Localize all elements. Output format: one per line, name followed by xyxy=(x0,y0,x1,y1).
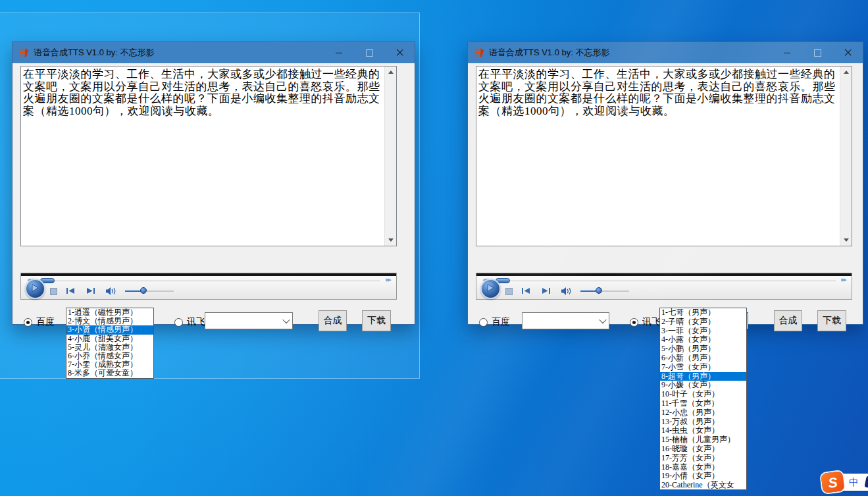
volume-thumb[interactable] xyxy=(140,287,147,294)
radio-baidu-label: 百度 xyxy=(36,316,55,328)
voice-option[interactable]: 15-楠楠（儿童男声） xyxy=(660,435,746,445)
combobox-dropdown-button[interactable] xyxy=(596,313,609,329)
previous-button[interactable] xyxy=(521,287,531,294)
voice-option[interactable]: 14-虫虫（女声） xyxy=(660,426,746,435)
voice-option[interactable]: 6-小新（男声） xyxy=(660,354,746,363)
scrollbar-down-icon[interactable] xyxy=(385,234,396,246)
text-input-area[interactable]: 在平平淡淡的学习、工作、生活中，大家或多或少都接触过一些经典的文案吧，文案用以分… xyxy=(20,66,397,246)
synthesize-button[interactable]: 合成 xyxy=(774,310,802,331)
sogou-ime-bar[interactable]: S 中 xyxy=(822,471,868,493)
radio-baidu[interactable]: 百度 xyxy=(479,316,510,328)
minimize-button[interactable] xyxy=(324,42,354,63)
voice-option[interactable]: 10-叶子（女声） xyxy=(660,390,746,399)
voice-option[interactable]: 2-博文（情感男声） xyxy=(66,317,153,325)
voice-option[interactable]: 11-千雪（女声） xyxy=(660,399,746,408)
close-button[interactable] xyxy=(384,42,415,63)
radio-xunfei[interactable]: 讯飞 xyxy=(630,316,661,328)
voice-option[interactable]: 8-超哥（男声） xyxy=(660,372,746,381)
text-input-area[interactable]: 在平平淡淡的学习、工作、生活中，大家或多或少都接触过一些经典的文案吧，文案用以分… xyxy=(476,66,852,246)
next-button[interactable] xyxy=(86,287,95,294)
radio-dot xyxy=(174,318,183,327)
radio-baidu-label: 百度 xyxy=(492,316,510,328)
previous-button[interactable] xyxy=(66,287,76,294)
radio-xunfei[interactable]: 讯飞 xyxy=(174,316,205,328)
seek-track[interactable] xyxy=(492,281,836,281)
play-icon xyxy=(32,284,39,292)
maximize-button[interactable] xyxy=(802,42,832,63)
window-client-area: 在平平淡淡的学习、工作、生活中，大家或多或少都接触过一些经典的文案吧，文案用以分… xyxy=(13,63,415,324)
sogou-logo-letter: S xyxy=(827,475,838,490)
radio-dot xyxy=(479,318,488,327)
window-title: 语音合成TTS V1.0 by: 不忘形影 xyxy=(489,47,609,59)
voice-option[interactable]: 1-逍遥（磁性男声） xyxy=(66,308,153,317)
combobox-dropdown-button[interactable] xyxy=(280,313,292,329)
volume-thumb[interactable] xyxy=(596,287,602,294)
voice-option[interactable]: 9-小媛（女声） xyxy=(660,381,746,390)
voice-option[interactable]: 8-米多（可爱女童） xyxy=(66,369,153,377)
scrollbar-up-icon[interactable] xyxy=(840,67,852,78)
voice-option[interactable]: 13-万叔（男声） xyxy=(660,418,746,427)
voice-option[interactable]: 4-小鹿（甜美女声） xyxy=(66,335,153,343)
titlebar[interactable]: 语音合成TTS V1.0 by: 不忘形影 xyxy=(468,42,863,63)
volume-icon[interactable] xyxy=(561,287,573,296)
maximize-button[interactable] xyxy=(354,42,384,63)
voice-option[interactable]: 7-小雯（成熟女声） xyxy=(66,360,153,369)
volume-icon[interactable] xyxy=(105,287,117,296)
voice-option[interactable]: 19-小倩（女声） xyxy=(660,472,746,481)
text-content[interactable]: 在平平淡淡的学习、工作、生活中，大家或多或少都接触过一些经典的文案吧，文案用以分… xyxy=(23,69,382,244)
chevron-down-icon xyxy=(282,316,290,323)
seek-bar[interactable]: ◀◀ ▶▶ xyxy=(476,276,852,285)
voice-option[interactable]: 7-小雪（女声） xyxy=(660,363,746,372)
voice-option[interactable]: 3-小贤（情感男声） xyxy=(66,325,153,334)
sogou-logo-icon[interactable]: S xyxy=(821,471,844,493)
tts-window-right: 语音合成TTS V1.0 by: 不忘形影 在平平淡淡的学习、工作、生活中，大家… xyxy=(467,41,863,325)
voice-option[interactable]: 16-晓璇（女声） xyxy=(660,445,746,454)
stop-button[interactable] xyxy=(50,288,57,295)
voice-option[interactable]: 6-小乔（情感女声） xyxy=(66,352,153,360)
titlebar[interactable]: 语音合成TTS V1.0 by: 不忘形影 xyxy=(13,42,415,63)
voice-option[interactable]: 5-灵儿（清澈女声） xyxy=(66,343,153,352)
next-button[interactable] xyxy=(541,287,551,294)
scrollbar-up-icon[interactable] xyxy=(385,67,396,78)
scrollbar[interactable] xyxy=(840,67,852,246)
radio-xunfei-label: 讯飞 xyxy=(642,316,661,328)
download-button[interactable]: 下载 xyxy=(362,310,391,331)
desktop: 语音合成TTS V1.0 by: 不忘形影 在平平淡淡的学习、工作、生活中，大家… xyxy=(0,0,868,496)
voice-option[interactable]: 5-小鹏（男声） xyxy=(660,344,746,354)
download-button[interactable]: 下载 xyxy=(817,310,846,331)
ime-extra-icon[interactable] xyxy=(864,476,868,489)
fast-forward-icon[interactable]: ▶▶ xyxy=(386,277,390,283)
media-player: ◀◀ ▶▶ xyxy=(20,273,397,300)
synthesize-button[interactable]: 合成 xyxy=(319,310,347,331)
voice-option[interactable]: 20-Catherine（英文女 xyxy=(660,481,746,490)
play-button[interactable] xyxy=(480,279,501,299)
seek-track[interactable] xyxy=(37,281,380,281)
radio-baidu[interactable]: 百度 xyxy=(24,316,55,328)
seek-bar[interactable]: ◀◀ ▶▶ xyxy=(21,276,396,285)
player-controls xyxy=(476,285,852,300)
voice-option[interactable]: 4-小露（女声） xyxy=(660,335,746,344)
voice-option[interactable]: 1-七哥（男声） xyxy=(660,308,746,317)
voice-option[interactable]: 17-芳芳（女声） xyxy=(660,454,746,463)
fast-forward-icon[interactable]: ▶▶ xyxy=(841,277,846,283)
voice-option[interactable]: 3-一菲（女声） xyxy=(660,327,746,336)
scrollbar-down-icon[interactable] xyxy=(840,234,852,246)
voice-combobox-baidu[interactable] xyxy=(522,312,609,329)
voice-option[interactable]: 12-小忠（男声） xyxy=(660,408,746,418)
volume-track-empty[interactable] xyxy=(147,290,174,292)
ime-mode-indicator[interactable]: 中 xyxy=(849,476,859,489)
ime-toolbar[interactable]: 中 xyxy=(840,474,868,491)
scrollbar[interactable] xyxy=(384,67,396,246)
play-button[interactable] xyxy=(25,279,45,299)
window-title: 语音合成TTS V1.0 by: 不忘形影 xyxy=(34,47,154,59)
voice-option[interactable]: 2-子晴（女声） xyxy=(660,317,746,327)
text-content[interactable]: 在平平淡淡的学习、工作、生活中，大家或多或少都接触过一些经典的文案吧，文案用以分… xyxy=(478,69,838,244)
volume-track-empty[interactable] xyxy=(602,290,629,292)
radio-dot xyxy=(24,318,32,327)
voice-option[interactable]: 18-嘉嘉（女声） xyxy=(660,463,746,472)
stop-button[interactable] xyxy=(505,288,513,295)
voice-combobox-xunfei[interactable] xyxy=(205,312,293,329)
close-button[interactable] xyxy=(832,42,863,63)
app-icon xyxy=(474,47,484,58)
minimize-button[interactable] xyxy=(772,42,802,63)
